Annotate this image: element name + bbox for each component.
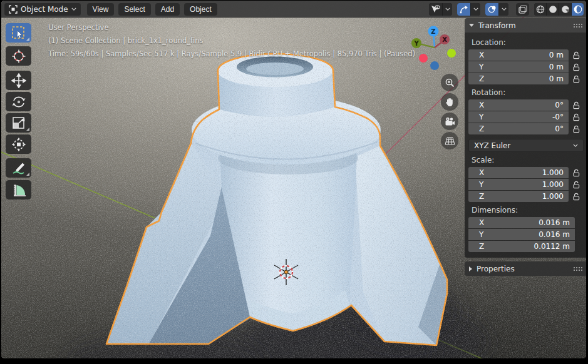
grip-icon[interactable]	[573, 266, 583, 271]
rotation-z-lock[interactable]	[569, 125, 584, 133]
chevron-down-icon	[445, 8, 450, 11]
dimensions-y-field[interactable]: Y 0.016 m	[468, 229, 575, 240]
rotation-z-row: Z 0°	[468, 123, 584, 134]
rotation-x-field[interactable]: X 0°	[468, 99, 569, 111]
lock-open-icon	[573, 193, 580, 201]
camera-view-icon	[445, 117, 455, 126]
xray-toggle[interactable]	[516, 3, 529, 16]
overlays-icon	[488, 5, 497, 14]
viewport-nav-buttons	[441, 74, 458, 149]
transform-icon	[11, 137, 26, 152]
scale-y-row: Y 1.000	[468, 179, 584, 190]
rotation-label: Rotation:	[472, 88, 584, 97]
dimensions-x-field[interactable]: X 0.016 m	[468, 217, 575, 228]
scale-y-field[interactable]: Y 1.000	[468, 179, 569, 190]
shading-rendered[interactable]	[572, 3, 584, 16]
scale-z-field[interactable]: Z 1.000	[468, 191, 569, 202]
measure-icon	[11, 183, 26, 198]
shading-wireframe[interactable]	[534, 3, 546, 16]
location-y-field[interactable]: Y 0 m	[468, 61, 569, 73]
lock-open-icon	[573, 113, 580, 121]
grip-icon[interactable]	[573, 23, 583, 28]
menu-add[interactable]: Add	[155, 3, 180, 16]
panel-expand-icon	[469, 24, 474, 27]
rotation-rows: X 0° Y -0°	[468, 99, 584, 134]
overlays-chevron[interactable]	[499, 3, 508, 16]
transform-panel-header[interactable]: Transform	[465, 18, 586, 33]
location-y-row: Y 0 m	[468, 61, 584, 73]
rendered-shading-icon	[574, 5, 582, 14]
tool-move[interactable]	[6, 71, 31, 90]
object-visibility-group	[429, 3, 452, 16]
header-menus: View Select Add Object	[87, 3, 217, 16]
rotation-mode-dropdown[interactable]: XYZ Euler	[468, 139, 584, 152]
lock-open-icon	[573, 63, 580, 71]
mode-label: Object Mode	[21, 5, 68, 14]
lock-open-icon	[573, 169, 580, 177]
object-mode-icon	[9, 5, 18, 14]
location-z-field[interactable]: Z 0 m	[468, 73, 569, 84]
gizmo-axis-x-neg[interactable]	[419, 54, 428, 63]
navigation-gizmo[interactable]: Z X Y	[407, 19, 461, 73]
menu-object[interactable]: Object	[184, 3, 217, 16]
lock-open-icon	[573, 75, 580, 83]
scale-rows: X 1.000 Y 1.000	[468, 167, 584, 202]
location-z-lock[interactable]	[569, 75, 584, 83]
pan-button[interactable]	[441, 93, 458, 111]
chevron-down-icon	[71, 8, 76, 11]
gizmo-axis-z-neg[interactable]	[430, 61, 439, 70]
mode-dropdown[interactable]: Object Mode	[4, 3, 81, 16]
scale-y-lock[interactable]	[569, 181, 584, 189]
visibility-dropdown[interactable]	[429, 3, 442, 16]
zoom-button[interactable]	[441, 74, 458, 91]
overlays-toggle[interactable]	[485, 3, 498, 16]
tool-rotate[interactable]	[6, 92, 31, 111]
tool-cursor[interactable]	[6, 46, 31, 66]
gizmo-axis-y-neg[interactable]	[447, 49, 456, 58]
rotation-y-field[interactable]: Y -0°	[468, 111, 569, 123]
chevron-down-icon	[473, 8, 478, 11]
dimensions-y-row: Y 0.016 m	[468, 229, 584, 240]
location-x-field[interactable]: X 0 m	[468, 49, 569, 61]
ortho-grid-icon	[445, 136, 455, 146]
gizmos-toggle[interactable]	[457, 3, 470, 16]
ortho-toggle-button[interactable]	[441, 132, 458, 149]
lock-open-icon	[573, 181, 580, 189]
material-shading-icon	[561, 5, 570, 14]
scale-x-field[interactable]: X 1.000	[468, 167, 569, 178]
location-y-lock[interactable]	[569, 63, 584, 71]
tool-measure[interactable]	[6, 180, 31, 200]
visibility-chevron[interactable]	[443, 3, 452, 16]
panel-collapsed-icon	[469, 266, 472, 271]
tool-select-box[interactable]	[6, 23, 31, 43]
rotation-y-lock[interactable]	[569, 113, 584, 121]
gizmo-z-label: Z	[431, 28, 435, 35]
sidebar-transform-panel: Transform Location: X 0 m Y	[465, 18, 586, 276]
dimensions-z-field[interactable]: Z 0.0112 m	[468, 241, 575, 252]
shading-solid[interactable]	[547, 3, 559, 16]
dimensions-rows: X 0.016 m Y 0.016 m Z 0.0112 m	[468, 217, 584, 252]
scale-x-lock[interactable]	[569, 169, 584, 177]
solid-shading-icon	[549, 5, 557, 14]
wireframe-shading-icon	[536, 5, 545, 14]
tool-transform[interactable]	[6, 134, 31, 154]
3d-viewport[interactable]: Object Mode View Select Add Object	[1, 1, 586, 358]
scale-z-lock[interactable]	[569, 193, 584, 201]
rotation-x-row: X 0°	[468, 99, 584, 111]
rotation-z-field[interactable]: Z 0°	[468, 123, 569, 134]
lock-open-icon	[573, 125, 580, 133]
scale-x-row: X 1.000	[468, 167, 584, 178]
camera-view-button[interactable]	[441, 113, 458, 130]
menu-view[interactable]: View	[87, 3, 115, 16]
lock-open-icon	[573, 51, 580, 59]
location-x-lock[interactable]	[569, 51, 584, 59]
shading-material[interactable]	[559, 3, 571, 16]
menu-select[interactable]: Select	[118, 3, 150, 16]
properties-panel-header[interactable]: Properties	[465, 261, 586, 276]
rotation-x-lock[interactable]	[569, 101, 584, 109]
tool-scale[interactable]	[6, 113, 31, 133]
chevron-down-icon	[573, 144, 578, 147]
location-label: Location:	[472, 38, 584, 47]
gizmos-chevron[interactable]	[471, 3, 480, 16]
tool-annotate[interactable]	[6, 158, 31, 178]
